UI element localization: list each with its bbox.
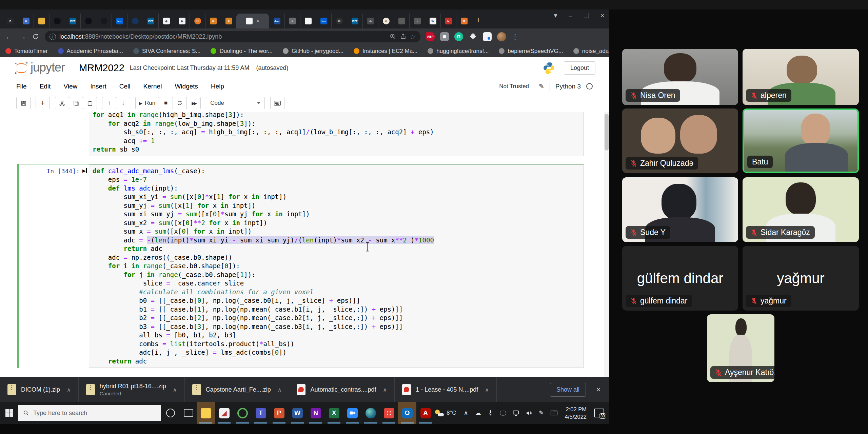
tab[interactable]: IEEE — [143, 14, 158, 28]
copy-cell-button[interactable] — [69, 97, 83, 109]
save-button[interactable] — [16, 97, 31, 109]
bookmark-item[interactable]: GitHub - jerrygood... — [283, 48, 343, 55]
scrollbar-thumb[interactable] — [605, 114, 609, 151]
tab-active[interactable]: × — [236, 14, 269, 28]
participant-tile[interactable]: Sude Y — [622, 177, 738, 242]
bookmark-item[interactable]: Instances | EC2 Ma... — [354, 48, 417, 55]
participant-tile[interactable]: Batu — [743, 108, 859, 173]
tab[interactable]: c — [378, 14, 394, 28]
tab[interactable]: › — [409, 14, 425, 28]
onedrive-icon[interactable]: ☁ — [475, 409, 481, 417]
browser-menu-icon[interactable]: ⋮ — [512, 33, 518, 41]
run-button[interactable]: ▶Run — [135, 97, 159, 109]
tab[interactable]: ≡ — [205, 14, 221, 28]
taskbar-app-file-explorer[interactable] — [197, 402, 215, 424]
show-all-downloads-button[interactable]: Show all — [550, 383, 586, 397]
cell-input[interactable]: def calc_adc_mean_lms(_case): eps = 1e-7… — [89, 164, 584, 368]
add-cell-button[interactable]: + — [36, 97, 50, 109]
reload-icon[interactable] — [32, 33, 39, 40]
task-view-icon[interactable] — [184, 409, 193, 417]
tab[interactable]: ≡ — [221, 14, 236, 28]
trust-status-button[interactable]: Not Trusted — [495, 81, 533, 92]
taskbar-app-edge[interactable] — [361, 402, 380, 424]
restart-kernel-button[interactable] — [173, 97, 187, 109]
code-cell[interactable]: for acq1 in range(high_b_img.shape[3]): … — [17, 112, 584, 157]
cell-input[interactable]: for acq1 in range(high_b_img.shape[3]): … — [89, 112, 584, 156]
participant-tile[interactable]: Zahir Quluzadə — [622, 108, 738, 173]
maximize-icon[interactable] — [584, 13, 589, 18]
site-info-icon[interactable]: i — [50, 34, 56, 40]
tab[interactable]: ◆ — [158, 14, 174, 28]
paste-cell-button[interactable] — [83, 97, 97, 109]
menu-item-insert[interactable]: Insert — [90, 83, 106, 90]
tab[interactable]: box — [316, 14, 331, 28]
tab[interactable]: ► — [440, 14, 456, 28]
download-menu-icon[interactable]: ∧ — [173, 387, 177, 393]
download-menu-icon[interactable]: ∧ — [485, 387, 489, 393]
taskbar-app-onenote[interactable]: N — [307, 402, 325, 424]
cell-type-select[interactable]: Code — [206, 97, 265, 109]
menu-item-view[interactable]: View — [63, 83, 77, 90]
tab[interactable] — [49, 14, 65, 28]
menu-item-edit[interactable]: Edit — [40, 83, 51, 90]
grammarly-icon[interactable]: G — [454, 32, 463, 41]
touch-keyboard-icon[interactable] — [551, 411, 557, 415]
download-menu-icon[interactable]: ∧ — [278, 387, 282, 393]
bookmark-item[interactable]: TomatoTimer — [5, 48, 48, 55]
tab[interactable]: M — [456, 14, 472, 28]
zoom-level-icon[interactable] — [390, 33, 396, 40]
participant-tile[interactable]: gülfem dindargülfem dindar — [622, 246, 738, 311]
display-icon[interactable] — [513, 410, 519, 416]
download-item[interactable]: hybrid R01 pt18-16....zipCanceled∧ — [79, 377, 185, 402]
restart-run-all-button[interactable]: ▶▶ — [186, 97, 201, 109]
bookmark-item[interactable]: bepierre/SpeechVG... — [499, 48, 563, 55]
taskbar-clock[interactable]: 2:02 PM 4/5/2022 — [565, 406, 587, 421]
reading-list-icon[interactable] — [483, 32, 492, 41]
bookmark-item[interactable]: huggingface/transf... — [428, 48, 489, 55]
download-item[interactable]: 1 - Lease - 405 N....pdf∧ — [395, 377, 497, 402]
cell-run-marker-icon[interactable]: ▶ — [82, 168, 87, 173]
bookmark-item[interactable]: Academic Phraseba... — [58, 48, 123, 55]
tab[interactable]: C — [190, 14, 205, 28]
tab[interactable]: ≡ — [18, 14, 34, 28]
taskbar-app-zoom[interactable] — [343, 402, 361, 424]
forward-icon[interactable]: → — [18, 33, 26, 41]
tab[interactable]: ◆ — [174, 14, 190, 28]
tab[interactable]: » — [284, 14, 300, 28]
close-icon[interactable]: × — [600, 12, 604, 19]
taskbar-app-greenshot[interactable] — [233, 402, 252, 424]
taskbar-app-capture-app[interactable]: ◢ — [215, 402, 233, 424]
weather-widget[interactable]: 8°C — [435, 410, 456, 416]
tab-search-icon[interactable]: ▾ — [554, 12, 557, 19]
snip-icon[interactable] — [500, 410, 506, 416]
close-downloads-icon[interactable]: × — [596, 385, 601, 394]
notebook-scrollbar[interactable] — [604, 112, 609, 377]
download-menu-icon[interactable]: ∧ — [383, 387, 387, 393]
code-cell[interactable]: In [344]:▶def calc_adc_mean_lms(_case): … — [17, 164, 584, 369]
taskbar-app-teams[interactable]: T — [252, 402, 270, 424]
menu-item-file[interactable]: File — [16, 83, 27, 90]
participant-tile[interactable]: Ayşenur Katıöz — [707, 314, 774, 382]
tray-expand-icon[interactable]: ∧ — [463, 409, 468, 417]
command-palette-button[interactable] — [270, 97, 284, 109]
cut-cell-button[interactable] — [55, 97, 69, 109]
share-icon[interactable] — [400, 33, 407, 40]
taskbar-app-mural[interactable]: ∷ — [380, 402, 398, 424]
taskbar-app-acrobat[interactable]: A — [416, 402, 435, 424]
taskbar-app-excel[interactable]: X — [325, 402, 343, 424]
tab[interactable]: W — [425, 14, 440, 28]
tab[interactable]: IEEE — [65, 14, 80, 28]
capture-icon[interactable] — [440, 32, 449, 41]
start-button[interactable] — [0, 402, 18, 424]
menu-item-widgets[interactable]: Widgets — [175, 83, 198, 90]
participant-tile[interactable]: yağmuryağmur — [743, 246, 859, 311]
taskbar-app-powerpoint[interactable]: P — [270, 402, 288, 424]
tab[interactable]: box — [112, 14, 127, 28]
taskbar-app-word[interactable]: W — [288, 402, 307, 424]
profile-avatar[interactable] — [497, 32, 506, 41]
participant-tile[interactable]: Sidar Karagöz — [743, 177, 859, 242]
taskbar-search-input[interactable]: Type here to search — [18, 405, 161, 421]
tab[interactable] — [300, 14, 316, 28]
tab[interactable]: ⊕ — [331, 14, 347, 28]
tab[interactable] — [127, 14, 143, 28]
